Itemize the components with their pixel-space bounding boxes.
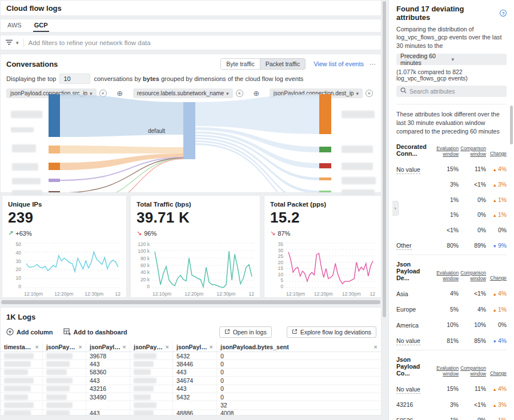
y-axis-labels: 50403020100 (8, 241, 24, 289)
comparison-description: Comparing the distribution of log_vpc_fl… (396, 25, 507, 50)
comparison-window-dropdown[interactable]: Preceding 60 minutes ▾ (396, 54, 507, 65)
attribute-row[interactable]: Other80%89%▼9% (396, 242, 507, 249)
evaluation-window-header[interactable]: Evaluationwindow (435, 146, 459, 158)
attribute-row[interactable]: 432163%<1%▲3% (396, 401, 507, 408)
byte-traffic-toggle[interactable]: Byte traffic (221, 59, 259, 69)
column-header[interactable]: timestamp✕ (1, 342, 43, 352)
add-column-button[interactable]: Add column (6, 328, 53, 337)
attribute-row[interactable]: <1%0%0% (396, 227, 507, 233)
filter-icon[interactable] (5, 38, 13, 48)
change-up-icon: ▲ (493, 308, 497, 313)
attribute-row[interactable]: Asia4%<1%▲4% (396, 290, 507, 297)
table-row[interactable]: 432164430 (1, 385, 381, 393)
remove-column-icon[interactable]: ✕ (209, 345, 213, 350)
sidebar-scrollbar[interactable] (510, 106, 513, 144)
line-chart[interactable] (24, 241, 121, 289)
provider-tabs: AWS GCP (0, 19, 382, 33)
attribute-row[interactable]: 505261%0%▲1% (396, 417, 507, 420)
remove-column-icon[interactable]: ✕ (122, 345, 126, 350)
table-row[interactable]: 443384460 (1, 360, 381, 368)
x-axis-labels: 12:10pm12:20pm12:30pm12 (24, 291, 121, 297)
external-link-icon (224, 329, 230, 336)
redacted-label (342, 111, 375, 118)
attribute-row[interactable]: No value81%85%▼4% (396, 337, 507, 344)
conversations-panel: Conversations Byte traffic Packet traffi… (0, 54, 382, 193)
remove-column-icon[interactable]: ✕ (35, 345, 39, 350)
explore-flow-log-deviations-button[interactable]: Explore flow log deviations (287, 326, 376, 338)
redacted-label (11, 127, 34, 132)
redacted-cell (46, 394, 67, 400)
chevron-down-icon[interactable]: ▾ (16, 40, 19, 46)
attribute-row[interactable]: America10%10%0% (396, 322, 507, 329)
collapse-panel-handle[interactable]: › (392, 201, 399, 216)
comparison-window-header[interactable]: Comparisonwindow (459, 146, 486, 158)
change-header[interactable]: Change (486, 275, 507, 281)
column-header[interactable]: jsonPayload....✕ (130, 342, 173, 352)
remove-column-icon[interactable]: ✕ (165, 345, 169, 350)
redacted-label (12, 178, 41, 184)
attribute-table: Json Payload Co...EvaluationwindowCompar… (396, 350, 507, 420)
page-header: Cloud flow logs (0, 0, 382, 16)
attribute-row[interactable]: No value15%11%▲4% (396, 166, 507, 173)
change-up-icon: ▲ (493, 213, 497, 218)
redacted-cell (46, 378, 73, 383)
table-row[interactable]: 443488864008 (1, 410, 381, 415)
attribute-row[interactable]: 1%0%▲1% (396, 197, 507, 203)
help-icon[interactable]: ? (500, 10, 507, 17)
attribute-name: Json Payload De... (396, 261, 435, 281)
vertical-scrollbar[interactable] (383, 1, 386, 317)
tab-gcp[interactable]: GCP (33, 19, 49, 32)
column-header[interactable]: jsonPayload....✕ (43, 342, 86, 352)
comparison-window-header[interactable]: Comparisonwindow (459, 270, 486, 282)
evaluation-window-header[interactable]: Evaluationwindow (435, 270, 459, 282)
metric-value: 239 (8, 209, 121, 227)
line-chart[interactable] (286, 241, 375, 289)
redacted-cell (4, 361, 31, 367)
packet-traffic-toggle[interactable]: Packet traffic (260, 59, 306, 69)
sankey-diagram[interactable]: default (1, 92, 381, 192)
table-row[interactable]: 3349054320 (1, 393, 381, 401)
change-header[interactable]: Change (486, 151, 507, 157)
attribute-row[interactable]: Europe5%4%▲1% (396, 306, 507, 313)
column-header[interactable]: jsonPayload....✕ (173, 342, 217, 352)
view-list-of-events-link[interactable]: View list of events (314, 60, 364, 67)
horizontal-scrollbar[interactable] (1, 300, 380, 304)
redacted-cell (134, 369, 151, 375)
table-row[interactable]: 32 (1, 401, 381, 409)
column-header[interactable]: jsonPayload.bytes_sent✕ (217, 342, 381, 352)
trend-up-icon: ↗ (8, 229, 13, 237)
filter-input[interactable]: Add filters to refine your network flow … (29, 39, 151, 46)
attribute-row[interactable]: No value15%11%▲4% (396, 386, 507, 393)
table-row[interactable]: 3967854320 (1, 352, 381, 360)
trend-down-icon: ↘ (270, 229, 275, 237)
metric-card-unique-ips: Unique IPs 239 ↗+63% 50403020100 12:10pm… (2, 195, 127, 298)
change-header[interactable]: Change (486, 370, 507, 377)
remove-column-icon[interactable]: ✕ (374, 345, 378, 350)
logs-table: timestamp✕jsonPayload....✕jsonPayload...… (1, 342, 381, 415)
change-up-icon: ▲ (493, 167, 497, 172)
search-attributes-input[interactable]: Search attributes (396, 86, 507, 97)
more-options-icon[interactable]: ⋯ (370, 60, 376, 68)
attribute-row[interactable]: 3%<1%▲3% (396, 181, 507, 188)
filter-bar[interactable]: ▾ Add filters to refine your network flo… (0, 35, 382, 50)
tab-aws[interactable]: AWS (6, 19, 23, 32)
redacted-cell (134, 402, 156, 408)
add-to-dashboard-button[interactable]: Add to dashboard (63, 328, 127, 337)
metric-title: Total Packet (pps) (270, 201, 375, 208)
open-in-logs-button[interactable]: Open in logs (219, 326, 272, 338)
table-row[interactable]: 583604430 (1, 369, 381, 377)
change-up-icon: ▲ (493, 198, 497, 203)
trend-indicator: ↗+63% (8, 229, 121, 237)
comparison-window-header[interactable]: Comparisonwindow (459, 365, 486, 377)
metric-title: Total Traffic (bps) (136, 201, 254, 208)
page-title: Cloud flow logs (6, 4, 62, 13)
remove-column-icon[interactable]: ✕ (78, 345, 82, 350)
attribute-row[interactable]: 1%0%▲1% (396, 212, 507, 218)
logs-panel: 1K Logs Add column Add to dashboard Open… (0, 307, 382, 415)
redacted-cell (46, 386, 70, 391)
evaluation-window-header[interactable]: Evaluationwindow (435, 365, 459, 377)
top-count-input[interactable]: 10 (59, 74, 90, 84)
table-row[interactable]: 443346740 (1, 377, 381, 385)
line-chart[interactable] (152, 241, 254, 289)
column-header[interactable]: jsonPayload....✕ (86, 342, 130, 352)
